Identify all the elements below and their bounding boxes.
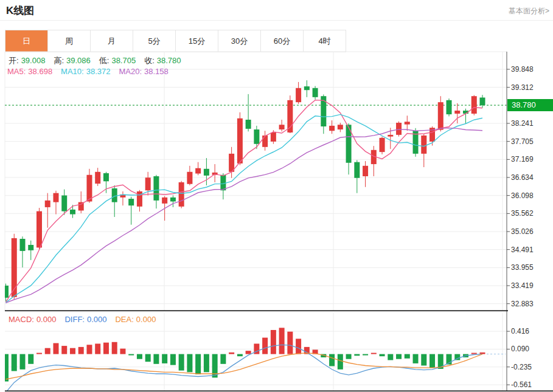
- readout-value: 0.000: [87, 315, 107, 324]
- ma20-line: [6, 128, 483, 303]
- svg-text:34.491: 34.491: [511, 246, 534, 254]
- readout-value: 38.780: [157, 56, 181, 65]
- svg-text:39.312: 39.312: [511, 83, 534, 92]
- readout-label: MA5:: [7, 67, 26, 76]
- svg-text:33.955: 33.955: [511, 263, 534, 272]
- readout-label: 低:: [99, 56, 110, 65]
- readout-label: MA20:: [119, 67, 142, 76]
- readout-label: 开:: [9, 56, 19, 65]
- macd-layer: [3, 328, 506, 392]
- readout-value: 38.698: [28, 67, 52, 76]
- svg-text:35.562: 35.562: [511, 209, 534, 218]
- bottom-border: [5, 391, 553, 392]
- readout-value: 38.705: [111, 56, 136, 65]
- readout-label: DEA:: [115, 315, 133, 324]
- svg-text:38.241: 38.241: [511, 119, 534, 128]
- svg-text:37.705: 37.705: [511, 137, 534, 146]
- readout-label: DIFF:: [64, 315, 85, 324]
- readout-value: 38.158: [144, 67, 169, 76]
- ma-readout: MA5:38.698MA10:38.372MA20:38.158: [7, 67, 177, 76]
- readout-value: 39.008: [21, 56, 46, 65]
- svg-text:35.026: 35.026: [511, 227, 534, 236]
- dea-line: [6, 353, 483, 379]
- readout-value: 0.000: [136, 315, 156, 324]
- readout-label: 高:: [54, 56, 64, 65]
- readout-label: MA10:: [61, 67, 84, 76]
- svg-text:36.634: 36.634: [511, 173, 534, 182]
- svg-text:36.098: 36.098: [511, 191, 534, 200]
- readout-label: MACD:: [9, 315, 34, 324]
- readout-value: 38.372: [86, 67, 111, 76]
- current-price-tag: 38.780: [507, 99, 553, 111]
- svg-text:0.090: 0.090: [511, 345, 529, 353]
- svg-text:-0.561: -0.561: [511, 380, 532, 389]
- svg-text:33.419: 33.419: [511, 281, 534, 290]
- ohlc-readout: 开:39.008高:39.086低:38.705收:38.780: [9, 55, 190, 66]
- gridlines: [5, 52, 507, 391]
- readout-value: 39.086: [66, 56, 91, 65]
- macd-readout: MACD:0.000DIFF:0.000DEA:0.000: [9, 315, 164, 324]
- ma10-line: [6, 114, 483, 303]
- svg-text:37.169: 37.169: [511, 155, 534, 163]
- svg-text:39.848: 39.848: [511, 65, 534, 74]
- readout-label: 收:: [144, 56, 155, 65]
- svg-text:0.416: 0.416: [511, 327, 529, 335]
- svg-text:-0.235: -0.235: [511, 363, 532, 371]
- panel-divider: [5, 311, 508, 312]
- readout-value: 0.000: [37, 315, 57, 324]
- svg-text:32.883: 32.883: [511, 300, 534, 308]
